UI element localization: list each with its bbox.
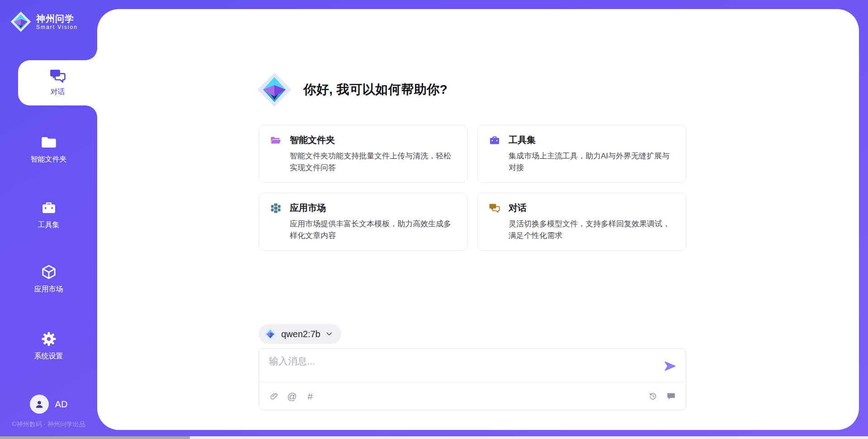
card-toolset[interactable]: 工具集 集成市场上主流工具，助力AI与外界无缝扩展与对接 bbox=[477, 125, 686, 183]
model-selector[interactable]: qwen2:7b bbox=[259, 324, 341, 344]
user-account[interactable]: AD bbox=[0, 395, 97, 414]
message-composer: @ # bbox=[259, 348, 686, 410]
brand-name: 神州问学 bbox=[36, 14, 78, 24]
sidebar-item-label: 智能文件夹 bbox=[31, 155, 67, 164]
user-name: AD bbox=[55, 399, 68, 410]
sidebar-item-chat[interactable]: 对话 bbox=[18, 60, 97, 105]
attach-file-button[interactable] bbox=[269, 391, 279, 401]
conversation-button[interactable] bbox=[666, 391, 676, 401]
brand-subtitle: Smart Vision bbox=[36, 24, 78, 30]
card-title: 应用市场 bbox=[290, 202, 326, 214]
main-panel: 你好, 我可以如何帮助你? 智能文件夹 智能文件夹功能支持批量文件上传与清洗，轻… bbox=[97, 9, 859, 430]
message-input[interactable] bbox=[269, 355, 649, 380]
toolbox-icon bbox=[489, 134, 500, 146]
card-app-market[interactable]: 应用市场 应用市场提供丰富长文本模板，助力高效生成多样化文章内容 bbox=[259, 193, 467, 251]
history-icon bbox=[648, 391, 658, 401]
paperclip-icon bbox=[269, 391, 279, 401]
chevron-down-icon bbox=[325, 330, 333, 338]
sidebar-item-label: 对话 bbox=[51, 87, 65, 97]
person-icon bbox=[33, 398, 45, 410]
sidebar-item-label: 系统设置 bbox=[34, 352, 63, 361]
feature-cards: 智能文件夹 智能文件夹功能支持批量文件上传与清洗，轻松实现文件问答 工具集 集成… bbox=[259, 125, 686, 251]
send-button[interactable] bbox=[663, 359, 677, 373]
sidebar-item-label: 应用市场 bbox=[34, 285, 63, 294]
cube-icon bbox=[41, 264, 57, 280]
card-title: 智能文件夹 bbox=[290, 134, 335, 146]
sidebar-item-app-market[interactable]: 应用市场 bbox=[0, 264, 97, 294]
chat-bubble-icon bbox=[666, 391, 676, 401]
toolbox-icon bbox=[41, 200, 57, 216]
card-description: 集成市场上主流工具，助力AI与外界无缝扩展与对接 bbox=[509, 150, 675, 173]
chat-icon bbox=[49, 67, 66, 85]
avatar bbox=[30, 395, 49, 414]
brand-logo: 神州问学 Smart Vision bbox=[10, 11, 78, 33]
sidebar-item-settings[interactable]: 系统设置 bbox=[0, 331, 97, 361]
model-logo-icon bbox=[264, 328, 277, 340]
hashtag-button[interactable]: # bbox=[305, 391, 315, 401]
card-title: 工具集 bbox=[509, 134, 536, 146]
welcome-header: 你好, 我可以如何帮助你? bbox=[256, 72, 448, 108]
send-icon bbox=[663, 359, 677, 373]
card-description: 应用市场提供丰富长文本模板，助力高效生成多样化文章内容 bbox=[290, 218, 456, 241]
brand-diamond-icon bbox=[256, 72, 292, 108]
card-chat[interactable]: 对话 灵活切换多模型文件，支持多样回复效果调试，满足个性化需求 bbox=[477, 193, 686, 251]
greeting-text: 你好, 我可以如何帮助你? bbox=[303, 81, 448, 98]
folder-icon bbox=[41, 134, 57, 150]
sidebar-item-smart-folder[interactable]: 智能文件夹 bbox=[0, 134, 97, 164]
chat-icon bbox=[489, 202, 500, 214]
scrollbar-thumb[interactable] bbox=[0, 436, 190, 439]
card-description: 智能文件夹功能支持批量文件上传与清洗，轻松实现文件问答 bbox=[290, 150, 456, 173]
sidebar-item-label: 工具集 bbox=[38, 220, 60, 230]
mention-button[interactable]: @ bbox=[287, 391, 297, 401]
cube-grid-icon bbox=[270, 202, 282, 214]
copyright-text: ©神州数码 · 神州问学出品 bbox=[0, 420, 97, 429]
sidebar: 神州问学 Smart Vision 对话 智能文件夹 工具集 应用市场 系统设置… bbox=[0, 0, 97, 439]
card-description: 灵活切换多模型文件，支持多样回复效果调试，满足个性化需求 bbox=[509, 218, 675, 241]
brand-diamond-icon bbox=[10, 11, 32, 33]
gear-icon bbox=[41, 331, 57, 347]
folder-open-icon bbox=[270, 134, 282, 146]
model-name: qwen2:7b bbox=[281, 329, 321, 339]
history-button[interactable] bbox=[648, 391, 658, 401]
horizontal-scrollbar[interactable] bbox=[0, 436, 868, 439]
card-title: 对话 bbox=[509, 202, 527, 214]
sidebar-item-toolset[interactable]: 工具集 bbox=[0, 200, 97, 230]
card-smart-folder[interactable]: 智能文件夹 智能文件夹功能支持批量文件上传与清洗，轻松实现文件问答 bbox=[259, 125, 467, 183]
